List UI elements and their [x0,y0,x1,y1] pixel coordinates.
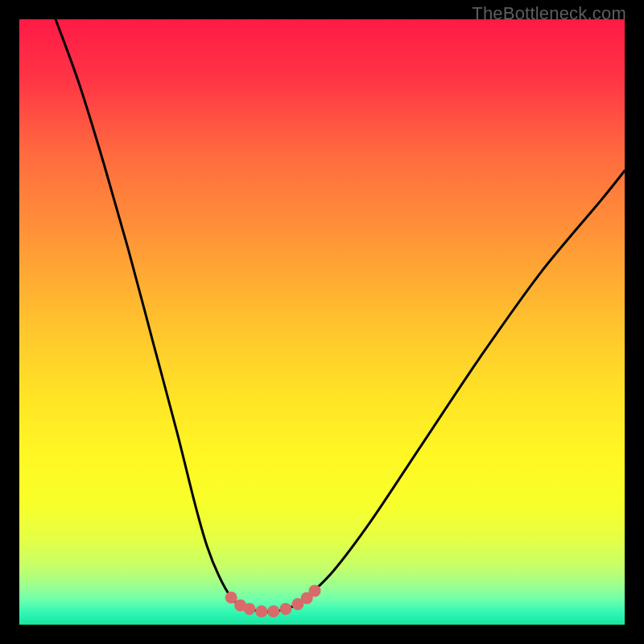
curve-valley-dot [225,592,237,604]
chart-frame: TheBottleneck.com [0,0,644,644]
curve-valley-dot [267,605,279,617]
curve-valley-dot [255,605,267,617]
watermark-text: TheBottleneck.com [472,3,626,24]
bottleneck-curve [19,19,625,625]
curve-valley-dot [243,603,255,615]
curve-valley-dot [309,584,321,597]
curve-valley-dot [279,603,291,615]
plot-area [19,19,625,625]
